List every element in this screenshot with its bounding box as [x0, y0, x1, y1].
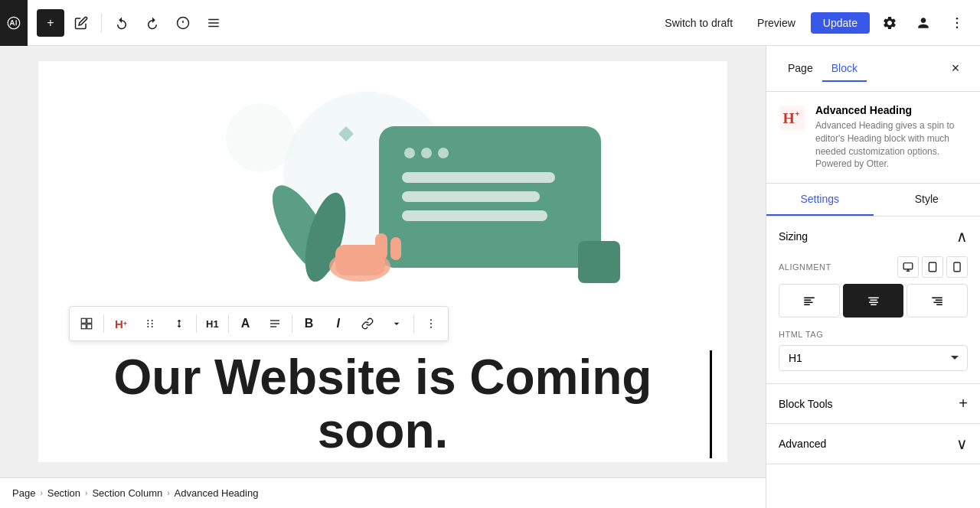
bold-button[interactable]: B — [296, 310, 323, 337]
svg-point-38 — [152, 326, 153, 327]
sizing-section: Sizing ∧ ALIGNMENT — [766, 217, 980, 384]
svg-point-19 — [421, 148, 432, 158]
html-tag-row: HTML TAG H1 H2 H3 H4 H5 H6 p div span — [779, 330, 968, 371]
info-button[interactable] — [169, 9, 197, 37]
block-tools-label: Block Tools — [779, 398, 833, 410]
block-info: H + Advanced Heading Advanced Heading gi… — [766, 92, 980, 184]
svg-rect-63 — [932, 298, 942, 299]
wp-logo-icon — [6, 15, 21, 31]
mobile-device-button[interactable] — [946, 256, 968, 278]
svg-rect-23 — [402, 210, 547, 221]
breadcrumb-sep-3: › — [167, 489, 169, 497]
style-panel-tab[interactable]: Style — [874, 184, 981, 216]
heading-block[interactable]: Our Website is Coming soon. — [69, 350, 697, 458]
text-color-button[interactable]: A — [232, 310, 260, 337]
svg-point-36 — [152, 320, 153, 321]
svg-rect-65 — [934, 302, 942, 304]
toolbar-separator-1 — [101, 14, 102, 32]
advanced-heading-type-button[interactable]: H+ — [107, 310, 135, 337]
tablet-device-button[interactable] — [922, 256, 943, 278]
svg-text:+: + — [795, 109, 800, 118]
svg-rect-53 — [954, 262, 960, 272]
svg-point-8 — [956, 26, 959, 28]
list-view-button[interactable] — [200, 9, 227, 37]
settings-button[interactable] — [876, 9, 903, 37]
toolbar-right: Switch to draft Preview Update — [655, 9, 971, 37]
switch-to-draft-button[interactable]: Switch to draft — [655, 12, 742, 34]
svg-point-10 — [226, 103, 295, 172]
svg-rect-61 — [869, 302, 878, 304]
bt-separator-5 — [413, 314, 414, 333]
sidebar-close-button[interactable]: × — [943, 57, 968, 81]
block-tools-toggle-icon: + — [959, 395, 968, 412]
device-icons — [897, 256, 968, 278]
update-button[interactable]: Update — [811, 12, 870, 34]
coming-soon-illustration — [122, 77, 643, 291]
top-toolbar: + Switch to draft Preview Update — [0, 0, 980, 46]
svg-point-43 — [430, 323, 432, 324]
user-button[interactable] — [910, 9, 937, 37]
alignment-row: ALIGNMENT — [779, 256, 968, 318]
advanced-header[interactable]: Advanced ∨ — [766, 424, 980, 464]
svg-rect-66 — [936, 304, 942, 306]
svg-rect-57 — [804, 302, 812, 304]
align-center-button[interactable] — [843, 284, 904, 318]
svg-rect-55 — [804, 298, 815, 299]
svg-rect-21 — [402, 172, 555, 183]
block-info-text: Advanced Heading Advanced Heading gives … — [815, 104, 968, 171]
svg-point-6 — [956, 17, 959, 19]
block-toolbar: H+ H1 A B I — [69, 306, 449, 341]
drag-handle-button[interactable] — [136, 310, 164, 337]
sizing-content: ALIGNMENT — [766, 256, 980, 383]
svg-point-33 — [147, 320, 149, 321]
edit-button[interactable] — [67, 9, 95, 37]
block-type-button[interactable] — [73, 310, 100, 337]
svg-rect-64 — [936, 300, 942, 301]
svg-text:H: H — [783, 110, 795, 126]
svg-rect-60 — [870, 300, 877, 301]
undo-button[interactable] — [108, 9, 136, 37]
svg-rect-48 — [903, 263, 913, 269]
coming-soon-image — [69, 77, 697, 291]
svg-rect-56 — [804, 300, 811, 301]
svg-point-34 — [147, 323, 149, 324]
sizing-label: Sizing — [779, 230, 808, 243]
editor-canvas: H+ H1 A B I — [0, 46, 766, 477]
more-options-button[interactable] — [943, 9, 971, 37]
block-info-desc: Advanced Heading gives a spin to editor'… — [815, 119, 968, 171]
link-button[interactable] — [354, 310, 381, 337]
svg-rect-30 — [87, 318, 92, 323]
align-button[interactable] — [261, 310, 289, 337]
svg-rect-28 — [390, 237, 401, 260]
block-tools-header[interactable]: Block Tools + — [766, 384, 980, 423]
page-tab[interactable]: Page — [779, 56, 822, 82]
more-button[interactable] — [383, 310, 410, 337]
svg-rect-27 — [375, 233, 387, 260]
html-tag-select[interactable]: H1 H2 H3 H4 H5 H6 p div span — [779, 345, 968, 371]
desktop-device-button[interactable] — [897, 256, 919, 278]
breadcrumb-item-page: Page — [12, 487, 35, 499]
breadcrumb-item-section: Section — [47, 487, 80, 499]
settings-panel-tab[interactable]: Settings — [766, 184, 874, 216]
move-up-down-button[interactable] — [165, 310, 193, 337]
advanced-toggle-icon: ∨ — [956, 435, 968, 453]
align-right-button[interactable] — [906, 284, 968, 318]
heading-level-button[interactable]: H1 — [200, 310, 225, 337]
svg-rect-29 — [81, 318, 86, 323]
add-block-button[interactable]: + — [37, 9, 64, 37]
align-left-button[interactable] — [779, 284, 840, 318]
breadcrumb-item-advanced-heading: Advanced Heading — [175, 487, 259, 499]
block-icon: H + — [779, 104, 806, 132]
redo-button[interactable] — [139, 9, 166, 37]
svg-rect-22 — [402, 191, 540, 202]
bt-separator-3 — [228, 314, 229, 333]
options-button[interactable] — [417, 310, 445, 337]
block-tools-section: Block Tools + — [766, 384, 980, 424]
sizing-header[interactable]: Sizing ∧ — [766, 217, 980, 256]
html-tag-label: HTML TAG — [779, 330, 968, 339]
preview-button[interactable]: Preview — [748, 12, 805, 34]
block-tab[interactable]: Block — [822, 56, 867, 82]
italic-button[interactable]: I — [325, 310, 352, 337]
svg-point-42 — [430, 319, 432, 321]
breadcrumb-sep-2: › — [85, 489, 87, 497]
